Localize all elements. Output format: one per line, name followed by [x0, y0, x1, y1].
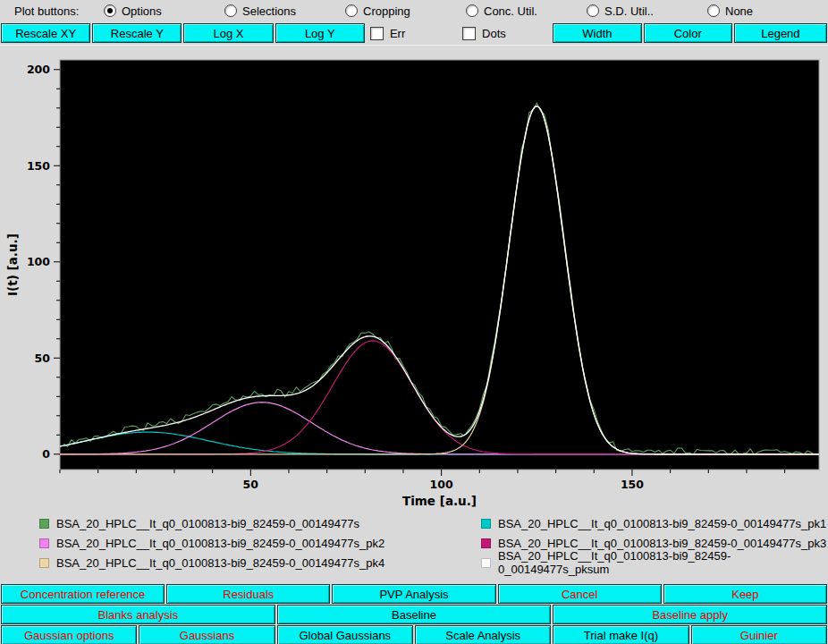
legend-item-pk2[interactable]: BSA_20_HPLC__It_q0_0100813-bi9_82459-0_0…: [39, 533, 481, 553]
radio-label: Conc. Util.: [484, 4, 537, 18]
legend-swatch-pk3: [481, 538, 491, 548]
legend-label: BSA_20_HPLC__It_q0_0100813-bi9_82459-0_0…: [498, 549, 828, 576]
dots-checkbox[interactable]: Dots: [459, 27, 549, 40]
log-x-button[interactable]: Log X: [183, 23, 273, 43]
x-tick-label: 150: [621, 478, 644, 491]
radio-icon[interactable]: [707, 4, 720, 17]
legend-swatch-pk1: [481, 519, 491, 529]
bottom-controls: Concentration referenceResidualsPVP Anal…: [0, 583, 828, 644]
plot-panel: 50100150050100150200Time [a.u.]I(t) [a.u…: [0, 45, 828, 583]
radio-conc-util[interactable]: Conc. Util.: [466, 4, 587, 18]
radio-icon[interactable]: [104, 4, 116, 17]
plot-toolbar: Rescale XY Rescale Y Log X Log Y Err Dot…: [0, 21, 828, 45]
legend-item-data[interactable]: BSA_20_HPLC__It_q0_0100813-bi9_82459-0_0…: [39, 513, 481, 533]
global-gaussians-button[interactable]: Global Gaussians: [277, 625, 413, 644]
legend-item-pksum[interactable]: BSA_20_HPLC__It_q0_0100813-bi9_82459-0_0…: [481, 553, 828, 572]
residuals-button[interactable]: Residuals: [166, 584, 330, 604]
bottom-row-2: Blanks analysisBaselineBaseline apply: [0, 605, 828, 624]
concentration-reference-button[interactable]: Concentration reference: [1, 584, 165, 604]
bottom-row-3: Gaussian optionsGaussiansGlobal Gaussian…: [0, 625, 828, 644]
radio-label: Cropping: [363, 4, 410, 18]
radio-label: None: [725, 4, 753, 18]
radio-icon[interactable]: [345, 4, 358, 17]
radio-selections[interactable]: Selections: [224, 4, 345, 18]
legend-swatch-data: [39, 519, 49, 529]
y-tick-label: 200: [27, 63, 50, 76]
pvp-analysis-button[interactable]: PVP Analysis: [332, 584, 495, 604]
x-tick-label: 50: [243, 478, 259, 491]
err-checkbox-box[interactable]: [370, 27, 384, 40]
radio-icon[interactable]: [587, 4, 599, 17]
plot-buttons-bar: Plot buttons: OptionsSelectionsCroppingC…: [0, 0, 828, 21]
legend-swatch-pk4: [39, 558, 49, 568]
blanks-analysis-button[interactable]: Blanks analysis: [1, 605, 275, 624]
gaussians-button[interactable]: Gaussians: [139, 625, 275, 644]
radio-s-d-util[interactable]: S.D. Util..: [587, 4, 707, 18]
trial-make-i-q-button[interactable]: Trial make I(q): [553, 625, 689, 644]
keep-button[interactable]: Keep: [663, 584, 827, 604]
radio-none[interactable]: None: [707, 4, 828, 18]
y-tick-label: 0: [42, 447, 50, 461]
legend-item-pk1[interactable]: BSA_20_HPLC__It_q0_0100813-bi9_82459-0_0…: [481, 513, 828, 533]
legend-swatch-pk2: [39, 538, 49, 548]
radio-label: Selections: [242, 4, 296, 18]
legend-swatch-pksum: [481, 558, 491, 568]
hplc-saxs-window: Plot buttons: OptionsSelectionsCroppingC…: [0, 0, 828, 644]
y-axis-title: I(t) [a.u.]: [5, 233, 20, 296]
rescale-y-button[interactable]: Rescale Y: [92, 23, 182, 43]
err-checkbox-label: Err: [390, 27, 405, 40]
scale-analysis-button[interactable]: Scale Analysis: [415, 625, 551, 644]
log-y-button[interactable]: Log Y: [275, 23, 365, 43]
radio-cropping[interactable]: Cropping: [345, 4, 466, 18]
radio-options[interactable]: Options: [104, 4, 224, 18]
plot-legend: BSA_20_HPLC__It_q0_0100813-bi9_82459-0_0…: [0, 510, 828, 572]
width-button[interactable]: Width: [553, 23, 641, 43]
legend-label: BSA_20_HPLC__It_q0_0100813-bi9_82459-0_0…: [498, 537, 826, 550]
radio-label: Options: [122, 4, 162, 18]
x-axis-title: Time [a.u.]: [402, 494, 477, 508]
legend-label: BSA_20_HPLC__It_q0_0100813-bi9_82459-0_0…: [498, 517, 826, 530]
chart-canvas[interactable]: 50100150050100150200Time [a.u.]I(t) [a.u…: [3, 47, 825, 510]
y-tick-label: 50: [35, 352, 51, 365]
color-button[interactable]: Color: [644, 23, 732, 43]
radio-label: S.D. Util..: [604, 4, 654, 18]
plot-buttons-label: Plot buttons:: [14, 4, 104, 18]
y-tick-label: 150: [27, 159, 50, 173]
bottom-row-1: Concentration referenceResidualsPVP Anal…: [0, 584, 828, 604]
legend-label: BSA_20_HPLC__It_q0_0100813-bi9_82459-0_0…: [56, 537, 384, 550]
cancel-button[interactable]: Cancel: [498, 584, 662, 604]
baseline-apply-button[interactable]: Baseline apply: [553, 605, 827, 624]
legend-item-pk4[interactable]: BSA_20_HPLC__It_q0_0100813-bi9_82459-0_0…: [39, 553, 481, 572]
radio-icon[interactable]: [224, 4, 237, 17]
x-tick-label: 100: [430, 478, 453, 491]
plot-mode-radio-group: OptionsSelectionsCroppingConc. Util.S.D.…: [104, 4, 828, 18]
legend-label: BSA_20_HPLC__It_q0_0100813-bi9_82459-0_0…: [56, 556, 384, 570]
legend-button[interactable]: Legend: [734, 23, 827, 43]
gaussian-options-button[interactable]: Gaussian options: [1, 625, 137, 644]
radio-icon[interactable]: [466, 4, 478, 17]
err-checkbox[interactable]: Err: [367, 27, 457, 40]
rescale-xy-button[interactable]: Rescale XY: [1, 23, 90, 43]
baseline-button[interactable]: Baseline: [277, 605, 552, 624]
dots-checkbox-box[interactable]: [462, 27, 476, 40]
plot-area[interactable]: [60, 60, 819, 470]
dots-checkbox-label: Dots: [482, 27, 506, 40]
y-tick-label: 100: [27, 255, 50, 268]
guinier-button[interactable]: Guinier: [691, 625, 827, 644]
legend-label: BSA_20_HPLC__It_q0_0100813-bi9_82459-0_0…: [56, 517, 359, 530]
